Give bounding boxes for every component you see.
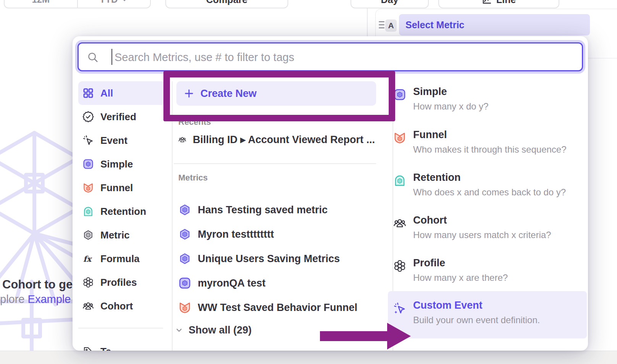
search-box	[78, 42, 583, 71]
sidebar-item-label: Metric	[100, 229, 130, 241]
text-cursor	[111, 49, 112, 65]
tag-icon	[82, 346, 94, 351]
line-label: Line	[496, 0, 516, 5]
search-input[interactable]	[114, 44, 570, 70]
saved-metric-label: Myron testttttttt	[198, 229, 274, 240]
saved-metric-item-myron-testttttttt[interactable]: Myron testttttttt	[178, 222, 375, 246]
saved-metric-label: WW Test Saved Behavior Funnel	[198, 302, 357, 314]
metric-icon	[82, 229, 94, 241]
metric-saved-icon	[178, 252, 191, 265]
funnel-icon	[82, 182, 94, 193]
simple-icon	[82, 158, 94, 170]
sidebar-item-label: Funnel	[100, 182, 133, 194]
compare-label: Compare	[206, 0, 247, 5]
annotation-highlight-box	[163, 71, 395, 121]
sidebar-item-verified[interactable]: Verified	[78, 105, 166, 129]
measurement-type-custom-event[interactable]: Custom EventBuild your own event definit…	[388, 291, 587, 338]
range-ytd-label: YTD	[99, 0, 118, 5]
sidebar-item-label: Profiles	[100, 277, 137, 288]
sidebar-item-profiles[interactable]: Profiles	[78, 271, 166, 294]
saved-metric-label: Unique Users Saving Metrics	[198, 253, 340, 265]
chevron-down-icon	[175, 326, 183, 334]
select-metric-button[interactable]: Select Metric	[399, 14, 590, 35]
metrics-section-label: Metrics	[178, 173, 208, 183]
funnel-icon	[393, 131, 406, 144]
chevron-down-icon	[121, 0, 128, 3]
day-label: Day	[381, 0, 399, 5]
profiles-icon	[393, 259, 406, 272]
sidebar-item-label: Formula	[100, 253, 140, 265]
saved-metric-item-ww-test-saved-behavior-funnel[interactable]: WW Test Saved Behavior Funnel	[178, 296, 375, 319]
sidebar-item-metric[interactable]: Metric	[78, 223, 166, 247]
retention-icon	[393, 174, 406, 187]
sidebar-item-label: Event	[100, 135, 128, 147]
measurement-type-funnel[interactable]: FunnelWho makes it through this sequence…	[388, 121, 587, 168]
explore-text-fragment: plore	[0, 293, 28, 305]
range-12m-label: 12M	[32, 0, 50, 5]
chart-type-line-button[interactable]: Line	[438, 0, 559, 8]
sidebar-item-label: Ta	[100, 346, 111, 351]
sidebar-item-funnel[interactable]: Funnel	[78, 176, 166, 200]
sidebar-item-label: Retention	[100, 206, 146, 217]
page-bottom-strip	[0, 351, 617, 364]
measurement-type-title: Retention	[413, 172, 461, 184]
sidebar-item-label: Cohort	[100, 300, 133, 312]
measurement-type-subtitle: How many x are there?	[413, 272, 508, 283]
measurement-type-profile[interactable]: ProfileHow many x are there?	[388, 249, 587, 296]
measurement-type-simple[interactable]: SimpleHow many x do y?	[388, 77, 587, 125]
retention-icon	[82, 206, 94, 217]
sidebar-section-divider	[78, 328, 163, 329]
metric-saved-icon	[178, 203, 191, 216]
simple-icon	[393, 88, 406, 101]
empty-state-headline-fragment: Cohort to ge	[2, 278, 73, 292]
metric-saved-icon	[178, 228, 191, 241]
measurement-type-retention[interactable]: RetentionWho does x and comes back to do…	[388, 163, 587, 211]
range-ytd-button[interactable]: YTD	[77, 0, 150, 8]
simple-icon	[178, 277, 191, 290]
sidebar-item-formula[interactable]: fxFormula	[78, 247, 166, 271]
select-metric-label: Select Metric	[405, 19, 464, 31]
saved-metric-item-hans-testing-saved-metric[interactable]: Hans Testing saved metric	[178, 198, 375, 222]
verified-icon	[82, 111, 94, 122]
formula-icon: fx	[82, 253, 94, 264]
clause-letter-badge: A	[385, 19, 397, 32]
saved-metric-label: Hans Testing saved metric	[198, 204, 328, 216]
granularity-day-button[interactable]: Day	[350, 0, 429, 8]
line-chart-icon	[482, 0, 492, 5]
recent-item[interactable]: Billing ID ▸ Account Viewed Report ...	[178, 128, 375, 151]
range-12m-button[interactable]: 12M	[5, 0, 77, 8]
svg-text:fx: fx	[83, 254, 92, 264]
cohort-icon	[393, 217, 406, 230]
sidebar-item-label: Verified	[100, 111, 136, 123]
drag-handle-icon[interactable]	[379, 21, 384, 28]
show-all-button[interactable]: Show all (29)	[175, 322, 252, 338]
sidebar-item-cohort[interactable]: Cohort	[78, 294, 166, 318]
measurement-type-title: Simple	[413, 86, 447, 98]
sidebar-item-label: Simple	[100, 158, 133, 170]
cohort-icon	[178, 134, 186, 146]
custom-event-icon	[393, 302, 406, 315]
sidebar-item-all[interactable]: All	[78, 81, 166, 105]
sidebar-item-event[interactable]: Event	[78, 129, 166, 152]
recents-divider	[174, 163, 376, 164]
empty-state-subtext-fragment: plore Example R	[0, 293, 82, 306]
measurement-type-subtitle: Who makes it through this sequence?	[413, 144, 567, 155]
measurement-type-subtitle: Who does x and comes back to do y?	[413, 187, 566, 198]
measurement-type-title: Funnel	[413, 129, 447, 141]
sidebar-item-partial[interactable]: Ta	[78, 340, 166, 351]
measurement-type-subtitle: How many x do y?	[413, 101, 488, 112]
saved-metric-label: myronQA test	[198, 277, 266, 289]
compare-button[interactable]: Compare	[165, 0, 288, 8]
sidebar-item-label: All	[100, 87, 113, 99]
annotation-arrow	[319, 321, 412, 352]
saved-metric-item-unique-users-saving-metrics[interactable]: Unique Users Saving Metrics	[178, 247, 375, 271]
measurement-type-title: Profile	[413, 257, 445, 269]
measurement-type-subtitle: How many users match x criteria?	[413, 230, 551, 240]
sidebar-item-simple[interactable]: Simple	[78, 152, 166, 176]
sidebar-item-retention[interactable]: Retention	[78, 200, 166, 223]
measurement-type-cohort[interactable]: CohortHow many users match x criteria?	[388, 206, 587, 253]
date-range-segmented-control: 12M YTD	[4, 0, 151, 8]
saved-metric-item-myronqa-test[interactable]: myronQA test	[178, 271, 375, 295]
sidebar-divider-line	[172, 81, 173, 351]
recent-item-label: Billing ID ▸ Account Viewed Report ...	[193, 134, 375, 146]
